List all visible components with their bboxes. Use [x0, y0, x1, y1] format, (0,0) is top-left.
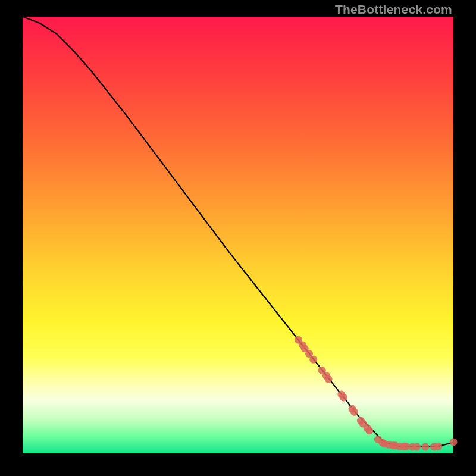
curve-path	[23, 17, 453, 447]
data-point	[413, 443, 421, 451]
data-point	[350, 408, 358, 416]
data-point	[325, 375, 333, 383]
data-point	[450, 438, 458, 446]
curve-line	[23, 17, 453, 447]
watermark-text: TheBottleneck.com	[335, 2, 452, 17]
data-point	[421, 443, 429, 451]
data-point	[365, 427, 373, 434]
data-point	[340, 394, 347, 402]
data-point	[434, 443, 442, 450]
chart-overlay	[0, 0, 476, 476]
data-point	[309, 356, 317, 364]
chart-frame: TheBottleneck.com	[0, 0, 476, 476]
